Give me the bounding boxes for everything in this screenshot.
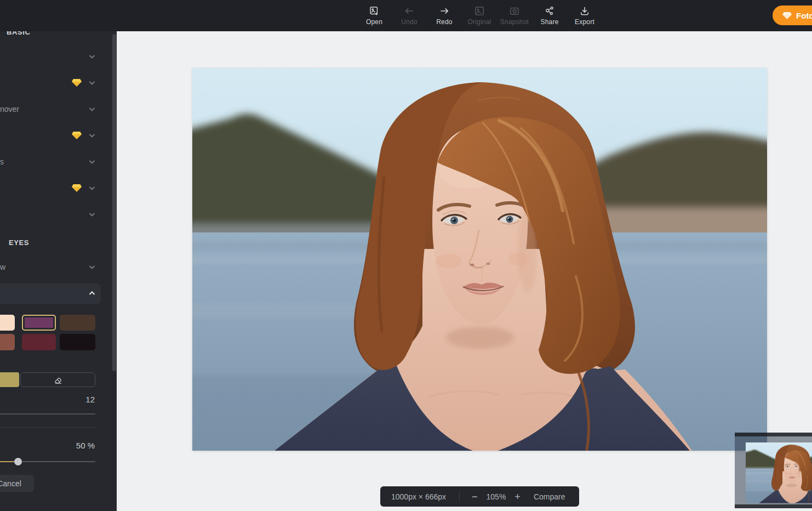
intensity-slider-handle[interactable]: [14, 458, 22, 465]
chevron-up-icon: [88, 289, 96, 298]
zoom-level: 105%: [487, 492, 506, 501]
redo-label: Redo: [436, 18, 453, 26]
statusbar-divider: [459, 492, 460, 501]
toolbar-tools: Open Undo Redo Original: [357, 0, 602, 31]
undo-label: Undo: [401, 18, 418, 26]
intensity-value: 50 %: [76, 441, 95, 450]
color-swatch-3[interactable]: [60, 315, 95, 331]
size-value: 12: [85, 395, 95, 404]
sidebar-row-6[interactable]: [0, 175, 110, 201]
size-slider[interactable]: [0, 413, 95, 415]
fotor-photo-editor: Open Undo Redo Original: [0, 0, 812, 511]
brush-color-swatch[interactable]: [0, 372, 19, 387]
share-button[interactable]: Share: [532, 0, 567, 31]
color-swatch-4[interactable]: [0, 334, 15, 350]
navigator-bottom-bar: [735, 504, 812, 508]
original-button[interactable]: Original: [462, 0, 497, 31]
color-swatch-1[interactable]: [0, 315, 15, 331]
fotor-pro-button[interactable]: Fotor: [773, 5, 812, 25]
status-bar: 1000px × 666px − 105% + Compare: [380, 486, 579, 507]
sidebar-row-3[interactable]: nover: [0, 96, 110, 122]
chevron-down-icon: [88, 52, 96, 61]
pro-diamond-icon: [72, 184, 82, 192]
row-label: s: [0, 157, 4, 166]
navigator-panel[interactable]: [735, 433, 812, 508]
panel-divider: [0, 427, 95, 428]
eraser-icon: [53, 375, 63, 385]
chevron-down-icon: [88, 210, 96, 219]
sidebar-row-1[interactable]: [0, 43, 110, 70]
redo-arrow-icon: [439, 5, 450, 16]
share-icon: [544, 5, 555, 16]
top-toolbar: Open Undo Redo Original: [0, 0, 812, 31]
open-image-icon: [369, 5, 380, 16]
sidebar-row-5[interactable]: s: [0, 149, 110, 175]
sidebar-row-2[interactable]: [0, 70, 110, 96]
basic-section-header: BASIC: [7, 31, 30, 36]
chevron-down-icon: [88, 105, 96, 113]
pro-diamond-icon: [72, 131, 82, 140]
zoom-out-button[interactable]: −: [472, 492, 478, 502]
snapshot-button[interactable]: Snapshot: [497, 0, 532, 31]
adjust-sidebar: BASIC nover s: [0, 31, 117, 511]
color-swatch-5[interactable]: [22, 334, 56, 350]
pro-button-label: Fotor: [796, 11, 812, 20]
export-button[interactable]: Export: [567, 0, 602, 31]
active-tool-header[interactable]: [0, 283, 101, 304]
color-swatch-2-selected[interactable]: [22, 315, 56, 331]
chevron-down-icon: [88, 184, 96, 192]
undo-button[interactable]: Undo: [392, 0, 427, 31]
original-image-icon: [474, 5, 485, 16]
sidebar-row-7[interactable]: [0, 201, 110, 228]
canvas-photo[interactable]: [192, 68, 767, 451]
export-download-icon: [579, 5, 590, 16]
navigator-top-bar: [735, 433, 812, 436]
chevron-down-icon: [88, 131, 96, 140]
open-label: Open: [366, 18, 382, 26]
pro-diamond-icon: [72, 78, 82, 87]
eraser-button[interactable]: [20, 372, 95, 387]
sidebar-row-8[interactable]: w: [0, 254, 110, 280]
cancel-button[interactable]: Cancel: [0, 475, 34, 492]
portrait-photo-image: [192, 68, 767, 451]
row-label: w: [0, 263, 5, 271]
row-label: nover: [0, 105, 19, 113]
snapshot-camera-icon: [509, 5, 520, 16]
compare-button[interactable]: Compare: [534, 492, 565, 501]
export-label: Export: [575, 18, 594, 26]
undo-arrow-icon: [404, 5, 415, 16]
sidebar-scrollbar[interactable]: [112, 34, 116, 371]
eyes-section-header: EYES: [9, 239, 29, 247]
intensity-slider[interactable]: [0, 461, 95, 462]
snapshot-label: Snapshot: [500, 18, 529, 26]
open-button[interactable]: Open: [357, 0, 392, 31]
original-label: Original: [468, 18, 491, 26]
color-swatch-6[interactable]: [60, 334, 95, 350]
thumbnail-portrait-image: [746, 442, 812, 503]
redo-button[interactable]: Redo: [427, 0, 462, 31]
sidebar-row-4[interactable]: [0, 122, 110, 149]
diamond-icon: [782, 12, 792, 20]
chevron-down-icon: [88, 263, 96, 271]
chevron-down-icon: [88, 78, 96, 87]
zoom-in-button[interactable]: +: [514, 492, 521, 502]
image-dimensions: 1000px × 666px: [391, 492, 446, 501]
chevron-down-icon: [88, 157, 96, 166]
share-label: Share: [540, 18, 558, 26]
navigator-thumbnail[interactable]: [746, 442, 812, 503]
